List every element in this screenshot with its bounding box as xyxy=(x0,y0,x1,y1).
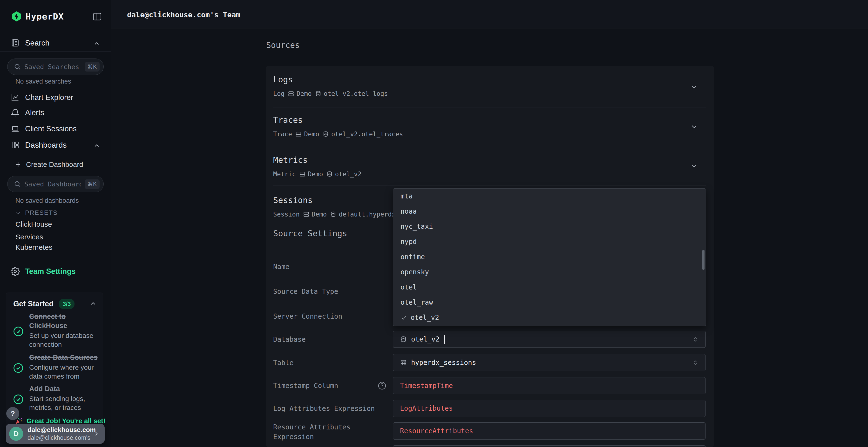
app-title: HyperDX xyxy=(26,11,64,22)
source-connection: Demo xyxy=(297,90,312,97)
top-bar: dale@clickhouse.com's Team xyxy=(111,0,868,28)
row-divider xyxy=(273,185,706,185)
team-title: dale@clickhouse.com's Team xyxy=(127,10,240,19)
shortcut-badge: ⌘K xyxy=(85,179,100,189)
saved-searches-input[interactable] xyxy=(24,63,81,71)
bell-icon xyxy=(10,108,20,117)
check-icon xyxy=(401,314,407,321)
database-icon xyxy=(330,211,336,217)
sidebar-item-team-settings[interactable]: Team Settings xyxy=(0,264,111,279)
collapse-sidebar-icon[interactable] xyxy=(92,11,102,22)
dropdown-option[interactable]: ontime xyxy=(393,249,706,265)
get-started-item-title: Create Data Sources xyxy=(29,353,101,362)
user-email: dale@clickhouse.com xyxy=(28,426,89,434)
timestamp-column-value: TimestampTime xyxy=(400,382,453,390)
chevron-down-icon[interactable] xyxy=(690,83,698,91)
dropdown-option[interactable]: nypd xyxy=(393,234,706,249)
get-started-item-title: Add Data xyxy=(29,384,101,393)
resource-attributes-input[interactable]: ResourceAttributes xyxy=(393,422,706,440)
chart-icon xyxy=(10,93,20,102)
source-connection: Demo xyxy=(312,211,327,218)
sidebar-item-alerts[interactable]: Alerts xyxy=(0,105,111,120)
check-circle-icon xyxy=(13,326,24,337)
source-table: otel_v2.otel_logs xyxy=(324,90,388,97)
source-row-title[interactable]: Traces xyxy=(273,115,303,125)
label-database: Database xyxy=(273,336,306,343)
saved-dashboards-search[interactable]: ⌘K xyxy=(7,176,104,192)
create-dashboard-button[interactable]: Create Dashboard xyxy=(0,157,111,172)
presets-toggle[interactable]: PRESETS xyxy=(15,209,58,216)
gear-icon xyxy=(10,267,20,276)
dropdown-option[interactable]: nyc_taxi xyxy=(393,219,706,234)
database-icon xyxy=(327,171,333,177)
dropdown-option[interactable]: noaa xyxy=(393,204,706,219)
database-input[interactable]: otel_v2 xyxy=(393,331,706,348)
chevron-up-icon[interactable] xyxy=(89,300,97,307)
server-icon xyxy=(303,211,309,217)
user-menu[interactable]: D dale@clickhouse.com dale@clickhouse.co… xyxy=(6,424,105,444)
source-row-title[interactable]: Metrics xyxy=(273,155,308,165)
label-timestamp-column: Timestamp Column xyxy=(273,382,338,390)
dropdown-option[interactable]: opensky xyxy=(393,265,706,280)
get-started-item-subtitle: Start sending logs, metrics, or traces xyxy=(29,394,101,412)
get-started-item-subtitle: Set up your database connection xyxy=(29,331,101,349)
sidebar-divider xyxy=(0,51,111,51)
next-input-partial[interactable] xyxy=(393,445,706,447)
get-started-item-title: Connect to ClickHouse xyxy=(29,312,89,330)
get-started-card: Get Started 3/3 Connect to ClickHouse Se… xyxy=(6,292,103,434)
row-divider xyxy=(273,107,706,107)
saved-searches-search[interactable]: ⌘K xyxy=(7,59,104,75)
source-table: otel_v2 xyxy=(335,171,362,178)
preset-kubernetes[interactable]: Kubernetes xyxy=(16,243,52,251)
main-area: dale@clickhouse.com's Team Sources Logs … xyxy=(111,0,868,447)
search-list-icon xyxy=(10,38,20,47)
source-settings-heading: Source Settings xyxy=(273,229,347,238)
laptop-icon xyxy=(10,124,20,133)
dropdown-scrollbar[interactable] xyxy=(702,250,705,270)
get-started-item-sources[interactable]: Create Data Sources Configure where your… xyxy=(13,353,100,381)
database-icon xyxy=(322,131,329,137)
shortcut-badge: ⌘K xyxy=(85,62,100,72)
check-circle-icon xyxy=(13,394,24,405)
hyperdx-logo-icon xyxy=(11,10,22,22)
source-kind: Trace xyxy=(273,131,292,138)
saved-dashboards-input[interactable] xyxy=(24,180,81,188)
sidebar-item-client-sessions[interactable]: Client Sessions xyxy=(0,122,111,136)
source-kind: Session xyxy=(273,211,300,218)
log-attributes-input[interactable]: LogAttributes xyxy=(393,400,706,417)
source-row-title[interactable]: Logs xyxy=(273,75,293,84)
sidebar: HyperDX Search ⌘K No saved searches xyxy=(0,0,111,447)
select-caret-icon[interactable] xyxy=(692,336,699,343)
get-started-item-add-data[interactable]: Add Data Start sending logs, metrics, or… xyxy=(13,384,100,412)
label-source-data-type: Source Data Type xyxy=(273,287,338,296)
source-row-title[interactable]: Sessions xyxy=(273,195,313,205)
server-icon xyxy=(288,91,294,97)
source-row-meta: Metric Demo otel_v2 xyxy=(273,171,362,178)
chevron-down-icon[interactable] xyxy=(690,123,698,131)
database-dropdown: mta noaa nyc_taxi nypd ontime opensky ot… xyxy=(393,188,706,326)
get-started-title: Get Started xyxy=(13,300,54,308)
select-caret-icon[interactable] xyxy=(692,359,699,366)
dashboard-grid-icon xyxy=(10,140,20,149)
chevron-up-icon[interactable] xyxy=(93,142,100,149)
preset-services[interactable]: Services xyxy=(16,233,43,241)
log-attributes-value: LogAttributes xyxy=(400,404,453,412)
dropdown-option-selected[interactable]: otel_v2 xyxy=(393,310,706,325)
dropdown-option[interactable]: mta xyxy=(393,188,706,204)
chevron-down-icon[interactable] xyxy=(690,162,698,170)
timestamp-column-input[interactable]: TimestampTime xyxy=(393,377,706,394)
check-circle-icon xyxy=(13,363,24,374)
user-workspace: dale@clickhouse.com's xyxy=(28,434,89,442)
preset-clickhouse[interactable]: ClickHouse xyxy=(16,220,52,228)
dropdown-option[interactable]: otel xyxy=(393,280,706,295)
sidebar-item-chart-explorer[interactable]: Chart Explorer xyxy=(0,90,111,105)
source-kind: Metric xyxy=(273,171,296,178)
help-circle-icon[interactable] xyxy=(378,381,386,390)
get-started-item-connect[interactable]: Connect to ClickHouse Set up your databa… xyxy=(13,312,100,349)
table-input[interactable]: hyperdx_sessions xyxy=(393,354,706,371)
help-button[interactable]: ? xyxy=(6,407,19,420)
sources-heading: Sources xyxy=(266,40,300,50)
source-kind: Log xyxy=(273,90,284,97)
chevron-up-icon[interactable] xyxy=(93,40,100,47)
dropdown-option[interactable]: otel_raw xyxy=(393,295,706,310)
